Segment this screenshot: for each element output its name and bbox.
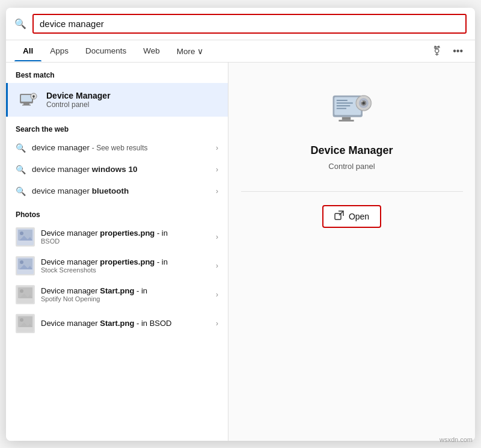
people-button[interactable]: ⚧ [429,43,444,59]
photo-thumbnail-3 [16,314,35,333]
best-match-item[interactable]: Device Manager Control panel [6,83,228,117]
photo-item-0[interactable]: Device manager properties.png - in BSOD … [6,222,228,251]
search-icon: 🔍 [14,18,26,29]
svg-point-12 [20,260,23,264]
photo-item-text-0: Device manager properties.png - in BSOD [41,229,168,245]
svg-rect-29 [339,120,354,121]
tab-apps[interactable]: Apps [41,40,77,61]
search-bar: 🔍 [6,8,475,40]
tab-actions: ⚧ ••• [429,43,467,59]
photo-arrow-0: › [216,233,218,241]
main-content: Best match Device Manager [6,63,475,441]
tab-all[interactable]: All [14,40,41,61]
svg-rect-35 [363,94,365,96]
photos-label: Photos [6,202,228,222]
photo-item-1[interactable]: Device manager properties.png - in Stock… [6,251,228,280]
detail-divider [241,191,463,192]
web-item-1[interactable]: 🔍 device manager windows 10 › [6,159,228,180]
svg-rect-3 [22,105,31,106]
ellipsis-icon: ••• [453,46,463,56]
photo-item-text-2: Device manager Start.png - in Spotify No… [41,286,147,302]
open-button[interactable]: Open [322,205,381,228]
svg-rect-36 [363,109,365,111]
svg-point-16 [20,289,23,293]
svg-rect-38 [370,102,372,104]
device-manager-small-icon [19,90,38,109]
photo-arrow-3: › [216,319,218,328]
best-match-icon [17,89,39,111]
best-match-label: Best match [6,63,228,83]
photo-item-3[interactable]: Device manager Start.png - in BSOD › [6,309,228,338]
best-match-text: Device Manager Control panel [46,91,111,109]
tab-more[interactable]: More ∨ [168,40,212,62]
people-icon: ⚧ [433,46,441,56]
tab-documents[interactable]: Documents [77,40,135,61]
detail-subtitle: Control panel [328,162,375,171]
web-item-text-2: device manager bluetooth [32,186,129,195]
photo-thumbnail-0 [16,227,35,247]
watermark: wsxdn.com [440,436,473,443]
photo-item-text-3: Device manager Start.png - in BSOD [41,319,171,328]
detail-icon [328,87,376,135]
photo-thumbnail-2 [16,285,35,304]
svg-rect-2 [23,103,29,105]
svg-rect-28 [342,117,351,120]
tab-web[interactable]: Web [135,40,168,61]
search-web-label: Search the web [6,117,228,137]
photo-thumbnail-1 [16,256,35,275]
device-manager-large-icon [330,89,373,132]
svg-point-34 [361,100,363,102]
search-window: 🔍 All Apps Documents Web More ∨ ⚧ ••• Be… [6,8,475,441]
svg-point-20 [20,318,23,322]
svg-point-8 [20,232,23,235]
external-link-icon [334,210,344,220]
right-panel: Device Manager Control panel Open [228,63,475,441]
best-match-subtitle: Control panel [46,100,111,109]
search-input[interactable] [32,14,467,34]
search-web-icon-1: 🔍 [16,165,26,174]
photo-arrow-1: › [216,262,218,270]
svg-rect-25 [337,102,353,103]
search-web-icon-0: 🔍 [16,143,26,153]
best-match-title: Device Manager [46,91,111,100]
svg-rect-24 [337,100,348,101]
web-item-2[interactable]: 🔍 device manager bluetooth › [6,180,228,202]
arrow-icon-2: › [216,187,218,195]
tab-bar: All Apps Documents Web More ∨ ⚧ ••• [6,40,475,63]
photo-item-text-1: Device manager properties.png - in Stock… [41,257,168,274]
web-item-text-0: device manager - See web results [32,143,148,152]
detail-title: Device Manager [310,144,393,157]
photo-item-2[interactable]: Device manager Start.png - in Spotify No… [6,280,228,309]
svg-rect-37 [355,102,357,104]
svg-rect-1 [21,95,32,102]
web-item-0[interactable]: 🔍 device manager - See web results › [6,137,228,159]
svg-point-5 [33,95,35,97]
arrow-icon-0: › [216,144,218,152]
open-label: Open [349,212,369,221]
open-icon [334,210,344,222]
arrow-icon-1: › [216,165,218,174]
photo-arrow-2: › [216,290,218,299]
search-web-icon-2: 🔍 [16,186,26,196]
svg-rect-27 [337,108,346,109]
more-options-button[interactable]: ••• [449,43,467,59]
web-item-text-1: device manager windows 10 [32,165,138,174]
left-panel: Best match Device Manager [6,63,228,441]
svg-point-33 [363,102,366,105]
svg-rect-26 [337,105,351,106]
